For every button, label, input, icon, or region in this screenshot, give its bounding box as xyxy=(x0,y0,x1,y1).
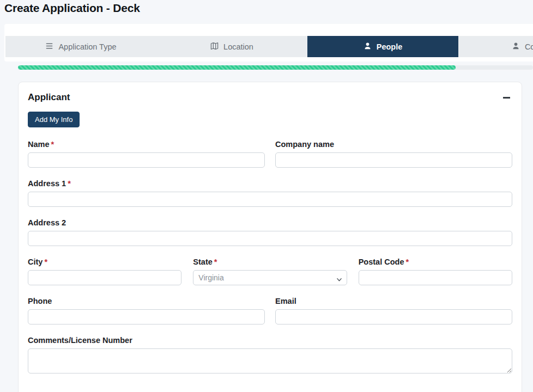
person-icon xyxy=(364,42,372,52)
list-icon xyxy=(45,42,53,52)
wizard-tab-strip: Application Type Location People xyxy=(5,36,533,57)
phone-field-group: Phone xyxy=(28,296,265,324)
state-field-group: State* Virginia xyxy=(193,257,347,285)
name-label: Name* xyxy=(28,139,265,149)
tab-people[interactable]: People xyxy=(307,36,458,57)
tab-label: People xyxy=(377,42,403,51)
required-asterisk: * xyxy=(68,179,71,188)
progress-fill xyxy=(18,65,456,70)
applicant-heading: Applicant xyxy=(28,92,70,103)
tab-label: Application Type xyxy=(58,42,116,51)
company-name-input[interactable] xyxy=(275,152,512,168)
person-icon xyxy=(512,42,520,52)
address2-field-group: Address 2 xyxy=(28,218,512,246)
address2-input[interactable] xyxy=(28,231,512,246)
company-name-label: Company name xyxy=(275,139,512,149)
address2-label: Address 2 xyxy=(28,218,512,228)
minus-icon xyxy=(503,97,510,99)
email-label: Email xyxy=(275,296,512,306)
name-field-group: Name* xyxy=(28,139,265,168)
name-input[interactable] xyxy=(28,152,265,168)
address1-input[interactable] xyxy=(28,192,512,207)
page-title: Create Application - Deck xyxy=(4,2,140,15)
tab-location[interactable]: Location xyxy=(156,36,307,57)
map-icon xyxy=(210,42,219,52)
email-field-group: Email xyxy=(275,296,512,324)
city-input[interactable] xyxy=(28,270,181,285)
wizard-card: Application Type Location People xyxy=(4,24,533,62)
tab-label: Location xyxy=(223,42,253,51)
postal-code-label: Postal Code* xyxy=(359,257,512,267)
tab-application-type[interactable]: Application Type xyxy=(5,36,156,57)
address1-label: Address 1* xyxy=(28,179,512,188)
city-label: City* xyxy=(28,257,181,267)
state-select[interactable]: Virginia xyxy=(193,270,347,285)
email-input[interactable] xyxy=(275,309,512,324)
progress-bar xyxy=(18,65,533,70)
state-label: State* xyxy=(193,257,347,267)
phone-label: Phone xyxy=(28,296,265,306)
address1-field-group: Address 1* xyxy=(28,179,512,207)
applicant-card: Applicant Add My Info Name* Company name… xyxy=(18,82,522,392)
required-asterisk: * xyxy=(214,258,217,266)
collapse-section-button[interactable] xyxy=(500,93,512,102)
phone-input[interactable] xyxy=(28,309,265,324)
add-my-info-button[interactable]: Add My Info xyxy=(28,112,80,127)
tab-label: Contacts xyxy=(525,42,533,51)
comments-textarea[interactable] xyxy=(28,348,512,373)
comments-field-group: Comments/License Number xyxy=(28,335,512,376)
required-asterisk: * xyxy=(405,258,409,266)
tab-contacts[interactable]: Contacts xyxy=(458,36,533,57)
required-asterisk: * xyxy=(44,258,47,266)
company-field-group: Company name xyxy=(275,139,512,168)
postal-code-field-group: Postal Code* xyxy=(359,257,512,285)
required-asterisk: * xyxy=(51,140,54,149)
comments-label: Comments/License Number xyxy=(28,335,512,345)
city-field-group: City* xyxy=(28,257,181,285)
postal-code-input[interactable] xyxy=(359,270,512,285)
